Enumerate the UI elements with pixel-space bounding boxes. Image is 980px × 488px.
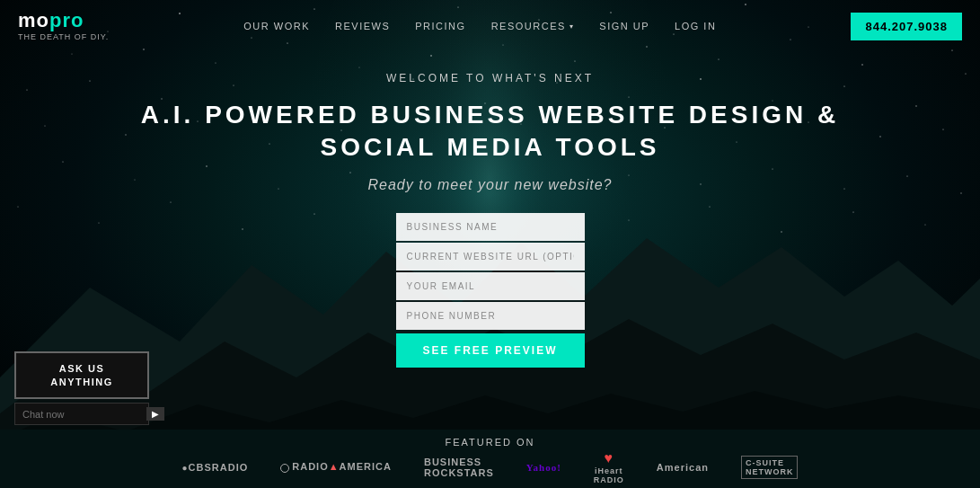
logos-row: ●CBSRADIO RADIO▲AMERICA BUSINESSROCKSTAR… (182, 450, 799, 484)
hero-section: WELCOME TO WHAT'S NEXT A.I. POWERED BUSI… (0, 54, 980, 386)
nav-links: OUR WORK REVIEWS PRICING RESOURCES ▾ SIG… (243, 21, 716, 31)
phone-input[interactable] (396, 302, 585, 330)
logo-yahoo: Yahoo! (526, 462, 561, 473)
website-url-input[interactable] (396, 243, 585, 271)
see-preview-button[interactable]: SEE FREE PREVIEW (396, 333, 585, 368)
signup-form: SEE FREE PREVIEW (396, 213, 585, 368)
hero-subtitle: Ready to meet your new website? (18, 177, 962, 193)
logo-cbs-radio: ●CBSRADIO (182, 462, 249, 473)
logo-iheart-radio: ♥ iHeartRADIO (594, 450, 624, 484)
resources-dropdown-arrow: ▾ (569, 22, 575, 31)
nav-log-in[interactable]: LOG IN (675, 21, 716, 31)
hero-title: A.I. POWERED BUSINESS WEBSITE DESIGN & S… (18, 99, 962, 164)
logo-area: mopro THE DEATH OF DIY. (18, 11, 109, 41)
logo-csuite: C-SUITENETWORK (741, 456, 799, 479)
nav-our-work[interactable]: OUR WORK (243, 21, 310, 31)
welcome-text: WELCOME TO WHAT'S NEXT (18, 72, 962, 84)
logo-pro: pro (49, 9, 84, 31)
chat-send-button[interactable]: ▶ (146, 407, 164, 421)
featured-on-label: FEATURED ON (445, 437, 534, 448)
chat-input[interactable] (22, 409, 146, 420)
business-name-input[interactable] (396, 213, 585, 241)
navbar: mopro THE DEATH OF DIY. OUR WORK REVIEWS… (0, 0, 980, 52)
nav-resources[interactable]: RESOURCES ▾ (491, 21, 575, 31)
email-input[interactable] (396, 272, 585, 300)
logo-mo: mo (18, 9, 49, 31)
chat-widget: ASK USANYTHING ▶ (14, 351, 149, 425)
logo-radio-america: RADIO▲AMERICA (280, 461, 392, 472)
chat-input-row: ▶ (14, 403, 149, 425)
nav-sign-up[interactable]: SIGN UP (599, 21, 649, 31)
logo: mopro (18, 11, 109, 31)
phone-button[interactable]: 844.207.9038 (851, 13, 962, 40)
logo-business-rockstars: BUSINESSROCKSTARS (424, 457, 494, 478)
ask-us-anything-button[interactable]: ASK USANYTHING (14, 351, 149, 399)
featured-bar: FEATURED ON ●CBSRADIO RADIO▲AMERICA BUSI… (0, 430, 980, 488)
logo-tagline: THE DEATH OF DIY. (18, 32, 109, 41)
nav-pricing[interactable]: PRICING (415, 21, 465, 31)
nav-reviews[interactable]: REVIEWS (335, 21, 390, 31)
logo-american: American (657, 462, 709, 473)
